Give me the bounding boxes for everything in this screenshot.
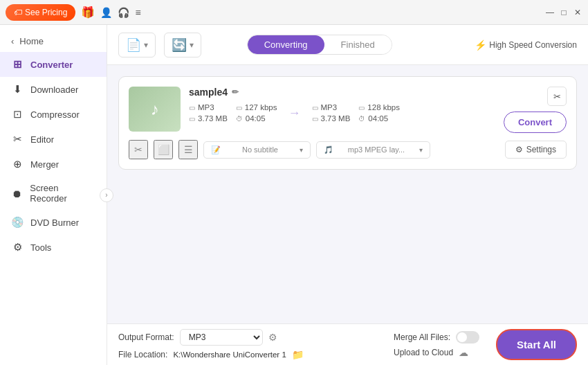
dest-format-icon: ▭ [312, 104, 318, 112]
meta-dest-extra: ▭ 128 kbps ⏱ 04:05 [358, 103, 400, 123]
start-all-button[interactable]: Start All [496, 329, 577, 360]
sidebar-item-tools[interactable]: ⚙ Tools [0, 235, 107, 260]
settings-gear-icon: ⚙ [515, 145, 523, 154]
add-label: ▾ [144, 40, 148, 50]
source-duration-row: ⏱ 04:05 [236, 114, 277, 123]
sidebar-item-label: Editor [30, 134, 54, 145]
sidebar-item-label: Tools [30, 242, 51, 253]
cloud-upload-icon[interactable]: ☁ [459, 347, 468, 358]
source-size-row: ▭ 3.73 MB [189, 114, 228, 123]
file-area: ♪ sample4 ✏ ▭ MP3 [107, 65, 588, 323]
file-card-top: ♪ sample4 ✏ ▭ MP3 [129, 87, 567, 133]
source-format-row: ▭ MP3 [189, 103, 228, 112]
thumb-actions: ✂ [547, 87, 567, 106]
sidebar-item-label: Downloader [30, 84, 78, 95]
add-file-icon: 📄 [126, 37, 141, 53]
file-size-icon: ▭ [189, 115, 195, 123]
window-controls: — □ ✕ [545, 8, 582, 17]
sidebar-home[interactable]: ‹ Home [0, 30, 107, 52]
bottom-right-controls: Merge All Files: Upload to Cloud ☁ [394, 331, 479, 358]
subtitle-select[interactable]: 📝 No subtitle ▾ [203, 141, 311, 159]
back-arrow-icon: ‹ [11, 36, 14, 46]
sidebar-item-dvd-burner[interactable]: 💿 DVD Burner [0, 210, 107, 235]
tab-converting[interactable]: Converting [248, 35, 324, 54]
sidebar-item-converter[interactable]: ⊞ Converter [0, 52, 107, 77]
convert-arrow-icon: → [288, 106, 301, 121]
minimize-button[interactable]: — [545, 8, 555, 17]
subtitle-arrow-icon: ▾ [300, 146, 303, 154]
bottom-left: Output Format: MP3 ⚙ File Location: K:\W… [118, 329, 383, 360]
file-location-label: File Location: [118, 350, 167, 359]
tab-finished[interactable]: Finished [324, 35, 392, 54]
folder-open-icon[interactable]: 📁 [292, 349, 304, 360]
crop-icon-button[interactable]: ⬜ [154, 140, 173, 159]
output-format-select[interactable]: MP3 [180, 329, 263, 346]
high-speed-label: High Speed Conversion [489, 40, 577, 50]
dest-duration-row: ⏱ 04:05 [358, 114, 400, 123]
sidebar-item-label: Converter [30, 60, 73, 70]
bolt-icon: ⚡ [475, 39, 486, 51]
file-format-icon: ▭ [189, 104, 195, 112]
file-location-value: K:\Wondershare UniConverter 1 [173, 350, 286, 359]
sidebar-item-screen-recorder[interactable]: ⏺ Screen Recorder [0, 177, 107, 210]
convert-button[interactable]: Convert [504, 112, 567, 133]
output-format-row: Output Format: MP3 ⚙ [118, 329, 383, 346]
file-meta: ▭ MP3 ▭ 3.73 MB ▭ [189, 103, 495, 123]
output-format-label: Output Format: [118, 332, 174, 342]
convert-actions: ✂ Convert [504, 87, 567, 133]
sidebar-item-editor[interactable]: ✂ Editor [0, 127, 107, 152]
merge-files-toggle[interactable] [456, 331, 479, 344]
cut-icon-button[interactable]: ✂ [129, 140, 148, 159]
action-edit-button[interactable]: ✂ [547, 87, 567, 106]
bitrate-icon: ▭ [236, 104, 242, 112]
compressor-icon: ⊡ [11, 108, 24, 121]
edit-icon[interactable]: ✏ [232, 87, 239, 97]
dest-bitrate-icon: ▭ [358, 104, 365, 112]
sidebar-item-compressor[interactable]: ⊡ Compressor [0, 102, 107, 127]
meta-dest: ▭ MP3 ▭ 3.73 MB [312, 103, 351, 123]
toolbar: 📄 ▾ 🔄 ▾ Converting Finished ⚡ High Speed… [107, 25, 588, 65]
sidebar-item-label: DVD Burner [30, 217, 79, 228]
settings-button[interactable]: ⚙ Settings [505, 141, 567, 159]
sidebar: ‹ Home ⊞ Converter ⬇ Downloader ⊡ Compre… [0, 25, 107, 365]
merger-icon: ⊕ [11, 158, 24, 170]
sidebar-item-label: Compressor [30, 109, 80, 120]
content-area: 📄 ▾ 🔄 ▾ Converting Finished ⚡ High Speed… [107, 25, 588, 365]
see-pricing-button[interactable]: 🏷 See Pricing [6, 4, 75, 21]
downloader-icon: ⬇ [11, 83, 24, 96]
app-body: ‹ Home ⊞ Converter ⬇ Downloader ⊡ Compre… [0, 25, 588, 365]
editor-icon: ✂ [11, 133, 24, 145]
add-file-button[interactable]: 📄 ▾ [118, 33, 156, 57]
headphone-icon[interactable]: 🎧 [118, 7, 129, 18]
dvd-burner-icon: 💿 [11, 216, 24, 229]
add-extra-icon: 🔄 [172, 37, 187, 53]
layer-icon: 🎵 [324, 145, 333, 154]
sidebar-item-downloader[interactable]: ⬇ Downloader [0, 77, 107, 102]
dest-duration-icon: ⏱ [358, 115, 365, 123]
user-icon[interactable]: 👤 [100, 7, 112, 18]
add-extra-button[interactable]: 🔄 ▾ [164, 33, 201, 57]
layer-select[interactable]: 🎵 mp3 MPEG lay... ▾ [316, 141, 430, 159]
dest-bitrate-row: ▭ 128 kbps [358, 103, 400, 112]
list-icon-button[interactable]: ☰ [178, 140, 198, 159]
source-bitrate-row: ▭ 127 kbps [236, 103, 277, 112]
dest-size-icon: ▭ [312, 115, 318, 123]
high-speed-info: ⚡ High Speed Conversion [475, 39, 577, 51]
tab-group: Converting Finished [247, 35, 392, 55]
settings-folder-icon[interactable]: ⚙ [268, 332, 277, 343]
maximize-button[interactable]: □ [559, 8, 569, 17]
layer-arrow-icon: ▾ [419, 146, 423, 154]
file-info: sample4 ✏ ▭ MP3 ▭ 3.73 [189, 87, 495, 123]
subtitle-icon: 📝 [211, 145, 221, 154]
sidebar-collapse-button[interactable]: › [100, 188, 113, 202]
upload-cloud-label: Upload to Cloud [394, 348, 453, 357]
sidebar-item-merger[interactable]: ⊕ Merger [0, 152, 107, 177]
home-label: Home [19, 36, 44, 46]
merge-files-label: Merge All Files: [394, 332, 450, 342]
gift-icon[interactable]: 🎁 [81, 6, 95, 19]
menu-icon[interactable]: ≡ [135, 7, 140, 18]
file-name: sample4 ✏ [189, 87, 495, 98]
music-note-icon: ♪ [151, 100, 159, 119]
close-button[interactable]: ✕ [573, 8, 582, 17]
sidebar-item-label: Screen Recorder [30, 183, 95, 204]
